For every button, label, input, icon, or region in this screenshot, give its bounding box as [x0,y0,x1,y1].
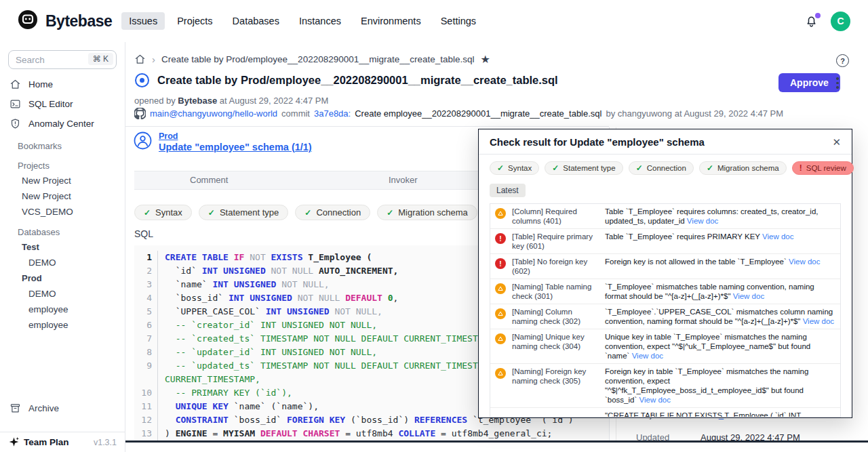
view-doc-link[interactable]: View doc [789,258,820,266]
line-number: 8 [134,346,158,359]
check-badge-connection[interactable]: ✓Connection [629,161,694,175]
archive-label: Archive [28,403,59,413]
check-result-row: [Naming] Table naming check (301)`T_Empl… [490,279,840,304]
close-icon[interactable]: ✕ [832,137,841,147]
stage-task-link[interactable]: Update "employee" schema (1/1) [159,142,312,152]
breadcrumb: › Create table by Prod/employee__2022082… [134,53,490,66]
project-item-vcs-demo-2[interactable]: VCS_DEMO [0,204,125,220]
check-detail: "CREATE TABLE IF NOT EXISTS T_Employee (… [605,411,835,417]
sidebar-tree: HomeSQL EditorAnomaly CenterBookmarksPro… [0,75,125,333]
breadcrumb-page[interactable]: Create table by Prod/employee__202208290… [161,54,475,64]
brand-name: Bytebase [45,12,112,30]
window-bottom-edge [125,440,868,443]
terminal-icon [9,98,21,110]
nav-item-databases[interactable]: Databases [225,12,287,30]
warning-icon [495,308,506,319]
view-doc-link[interactable]: View doc [803,317,834,325]
check-badge-sql-review[interactable]: !SQL review [792,161,854,175]
check-badge-migration-schema[interactable]: ✓Migration schema [377,205,477,220]
bookmark-star-icon[interactable]: ★ [481,53,490,66]
check-badge-statement-type[interactable]: ✓Statement type [199,205,289,220]
view-doc-link[interactable]: View doc [762,232,793,241]
kebab-menu-icon[interactable] [835,76,840,90]
project-item-new-project-1[interactable]: New Project [0,188,125,204]
view-doc-link[interactable]: View doc [632,352,663,360]
commit-message: Create employee__202208290001__migrate__… [355,108,601,119]
check-badge-label: Syntax [508,164,532,172]
bytebase-logo-icon [16,8,39,34]
commit-word: commit [281,108,310,119]
environment-prod[interactable]: Prod [0,270,125,286]
breadcrumb-separator: › [152,54,155,65]
check-badge-syntax[interactable]: ✓Syntax [490,161,539,175]
check-badge-label: Connection [316,207,361,218]
stage-environment-link[interactable]: Prod [159,131,312,141]
check-rule [512,411,599,417]
check-badge-statement-type[interactable]: ✓Statement type [545,161,623,175]
commit-branch-repo-link[interactable]: main@changyuwong/hello-world [150,108,277,119]
database-item-demo-0[interactable]: DEMO [0,286,125,302]
check-pass-icon: ✓ [552,163,559,173]
issue-opened-line: opened by Bytebase at August 29, 2022 4:… [134,96,328,106]
approve-button[interactable]: Approve [778,73,840,92]
latest-button[interactable]: Latest [490,184,526,197]
sql-code-text: ) ENGINE = MYISAM DEFAULT CHARSET = utf8… [158,427,609,440]
home-breadcrumb-icon[interactable] [134,54,146,65]
sql-section-label: SQL [134,228,153,239]
help-icon[interactable]: ? [836,54,849,67]
nav-item-instances[interactable]: Instances [292,12,349,30]
modal-header: Check result for Update "employee" schem… [479,129,852,155]
sidebar-item-home[interactable]: Home [0,75,125,94]
main-nav: IssuesProjectsDatabasesInstancesEnvironm… [121,12,488,30]
check-pass-icon: ✓ [304,208,311,218]
plan-name[interactable]: Team Plan [24,437,69,447]
check-badge-migration-schema[interactable]: ✓Migration schema [699,161,787,175]
database-item-demo-0[interactable]: DEMO [0,255,125,270]
assignee-icon [134,131,152,152]
line-number: 4 [134,291,158,305]
sidebar-item-label: Home [28,79,53,89]
warning-icon [495,333,506,344]
stage-block: Prod Update "employee" schema (1/1) [134,131,312,152]
sidebar-item-anomaly-center[interactable]: Anomaly Center [0,114,125,133]
search-box: ⌘ K [8,50,117,69]
app-version: v1.3.1 [94,438,117,447]
database-item-employee-2[interactable]: employee [0,317,125,333]
shield-icon [9,118,21,129]
check-result-row: [Naming] Unique key naming check (304)Un… [490,329,840,364]
sql-line: 13) ENGINE = MYISAM DEFAULT CHARSET = ut… [134,427,609,440]
project-item-new-project-0[interactable]: New Project [0,173,125,188]
warning-icon [495,283,506,294]
brand[interactable]: Bytebase [16,8,112,34]
check-badge-label: Connection [647,164,686,172]
line-number: 1 [134,251,158,264]
view-doc-link[interactable]: View doc [639,396,671,404]
home-icon [9,79,21,90]
check-badge-connection[interactable]: ✓Connection [295,205,370,220]
nav-item-settings[interactable]: Settings [433,12,484,30]
issue-title-row: Create table by Prod/employee__202208290… [135,73,558,87]
user-avatar[interactable]: C [831,12,850,31]
check-result-row: [Column] Required columns (401)Table `T_… [490,204,840,229]
check-pass-icon: ✓ [387,208,393,218]
check-rule: [Table] No foreign key (602) [512,257,599,276]
check-badge-syntax[interactable]: ✓Syntax [134,205,192,220]
sidebar-item-sql-editor[interactable]: SQL Editor [0,94,125,114]
nav-item-projects[interactable]: Projects [170,12,220,30]
commit-line: main@changyuwong/hello-world commit 3a7e… [134,108,783,119]
environment-test[interactable]: Test [0,239,125,255]
view-doc-link[interactable]: View doc [733,292,764,300]
database-item-employee-1[interactable]: employee [0,302,125,317]
view-doc-link[interactable]: View doc [687,217,718,225]
sidebar-item-archive[interactable]: Archive [0,398,125,418]
notification-dot [815,13,821,18]
notification-bell-icon[interactable] [804,14,818,28]
nav-item-environments[interactable]: Environments [353,12,429,30]
commit-hash-link[interactable]: 3a7e8da: [314,108,351,119]
error-icon: ! [495,258,506,269]
nav-item-issues[interactable]: Issues [121,12,165,30]
opened-prefix: opened by [134,96,176,106]
issue-title: Create table by Prod/employee__202208290… [157,74,558,87]
sidebar-footer: Team Plan v1.3.1 [0,432,125,452]
check-pass-icon: ✓ [144,208,151,218]
